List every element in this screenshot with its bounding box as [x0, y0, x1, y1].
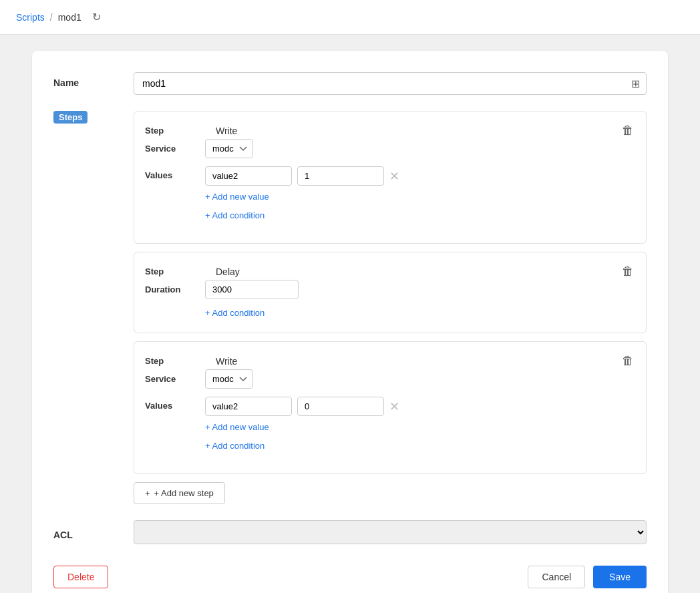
step3-type-label: Step: [145, 356, 205, 366]
breadcrumb-separator: /: [50, 12, 53, 23]
step3-values-row: Values ✕ + Add new value + Add: [145, 397, 635, 455]
step-card-2: Step Delay 🗑 Duration +: [134, 252, 647, 333]
step3-service-row: Service modc: [145, 369, 635, 389]
step1-service-select[interactable]: modc: [205, 139, 253, 158]
step3-remove-value-button[interactable]: ✕: [389, 401, 399, 413]
step1-type-label: Step: [145, 126, 205, 136]
steps-label: Steps: [53, 111, 88, 124]
step1-header-row: Step Write 🗑: [145, 122, 635, 139]
step2-delete-button[interactable]: 🗑: [621, 263, 635, 280]
step2-type-label: Step: [145, 266, 205, 276]
topbar: Scripts / mod1 ↻: [0, 0, 700, 35]
step2-header-row: Step Delay 🗑: [145, 263, 635, 280]
clipboard-icon: ⊞: [631, 77, 640, 90]
add-step-container: + + Add new step: [134, 482, 647, 504]
save-button[interactable]: Save: [593, 566, 647, 588]
step1-values-row: Values ✕ + Add new value + Add: [145, 166, 635, 224]
add-step-label: + Add new step: [154, 488, 214, 498]
step2-duration-row: Duration: [145, 280, 635, 299]
step3-add-value-button[interactable]: + Add new value: [205, 422, 269, 432]
step-card-1: Step Write 🗑 Service modc: [134, 111, 647, 244]
step1-service-label: Service: [145, 144, 205, 154]
step3-type-value: Write: [216, 356, 621, 367]
trash-icon-3: 🗑: [622, 354, 634, 367]
trash-icon-1: 🗑: [622, 124, 634, 137]
refresh-icon[interactable]: ↻: [92, 11, 101, 23]
step2-condition-row: + Add condition: [145, 307, 635, 322]
step1-values-label: Values: [145, 166, 205, 180]
step1-value-1-row: ✕: [205, 166, 399, 186]
step2-duration-label: Duration: [145, 284, 205, 294]
step1-remove-value-button[interactable]: ✕: [389, 170, 399, 182]
plus-icon: +: [145, 488, 150, 498]
acl-select[interactable]: [134, 520, 647, 544]
step2-type-value: Delay: [216, 266, 621, 277]
steps-label-container: Steps: [53, 111, 134, 124]
name-input[interactable]: [134, 72, 647, 95]
breadcrumb-current: mod1: [58, 12, 81, 23]
acl-row: ACL: [53, 520, 647, 544]
right-actions: Cancel Save: [528, 566, 647, 588]
step1-values-container: ✕ + Add new value + Add condition: [205, 166, 399, 224]
breadcrumb-scripts-link[interactable]: Scripts: [16, 12, 45, 23]
actions-row: Delete Cancel Save: [53, 566, 647, 588]
breadcrumb: Scripts / mod1 ↻: [16, 11, 101, 23]
step3-values-label: Values: [145, 397, 205, 411]
step3-values-container: ✕ + Add new value + Add condition: [205, 397, 399, 455]
step3-value-number-input[interactable]: [297, 397, 384, 416]
step1-type-value: Write: [216, 126, 621, 136]
step1-delete-button[interactable]: 🗑: [621, 122, 635, 139]
name-input-wrapper: ⊞: [134, 72, 647, 95]
step1-value-number-input[interactable]: [297, 166, 384, 186]
step1-value-name-input[interactable]: [205, 166, 292, 186]
add-step-button[interactable]: + + Add new step: [134, 482, 225, 504]
step3-service-label: Service: [145, 374, 205, 384]
step3-header-row: Step Write 🗑: [145, 353, 635, 369]
delete-button[interactable]: Delete: [53, 566, 108, 588]
acl-label: ACL: [53, 524, 134, 540]
step3-service-select[interactable]: modc: [205, 369, 253, 389]
step3-add-condition-button[interactable]: + Add condition: [205, 441, 265, 451]
step1-service-row: Service modc: [145, 139, 635, 158]
step2-add-condition-button[interactable]: + Add condition: [205, 308, 265, 318]
step2-duration-container: [205, 280, 299, 299]
cancel-button[interactable]: Cancel: [528, 566, 585, 588]
step2-duration-input[interactable]: [205, 280, 299, 299]
step1-add-value-button[interactable]: + Add new value: [205, 192, 269, 202]
step3-delete-button[interactable]: 🗑: [621, 353, 635, 369]
steps-row: Steps Step Write 🗑 Service: [53, 111, 647, 504]
form-container: Name ⊞ Steps Step Write: [32, 51, 668, 593]
page-content: Name ⊞ Steps Step Write: [16, 35, 684, 593]
steps-container: Step Write 🗑 Service modc: [134, 111, 647, 504]
name-label: Name: [53, 72, 134, 88]
step3-value-1-row: ✕: [205, 397, 399, 416]
name-row: Name ⊞: [53, 72, 647, 95]
step3-value-name-input[interactable]: [205, 397, 292, 416]
step1-add-condition-button[interactable]: + Add condition: [205, 210, 265, 220]
trash-icon-2: 🗑: [622, 264, 634, 278]
step-card-3: Step Write 🗑 Service modc: [134, 341, 647, 474]
